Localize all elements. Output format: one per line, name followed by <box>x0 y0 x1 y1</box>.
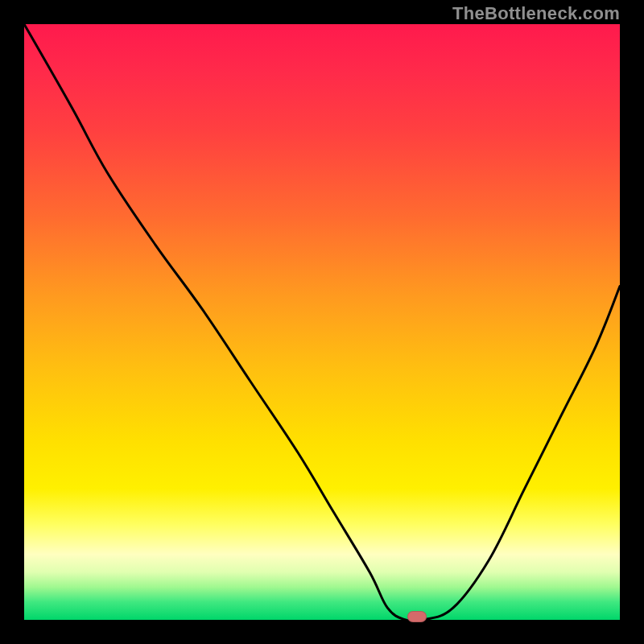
plot-area <box>24 24 620 620</box>
chart-frame: TheBottleneck.com <box>0 0 644 644</box>
bottleneck-curve <box>24 24 620 620</box>
optimal-marker <box>407 611 427 622</box>
curve-svg <box>24 24 620 620</box>
watermark-text: TheBottleneck.com <box>452 3 620 24</box>
